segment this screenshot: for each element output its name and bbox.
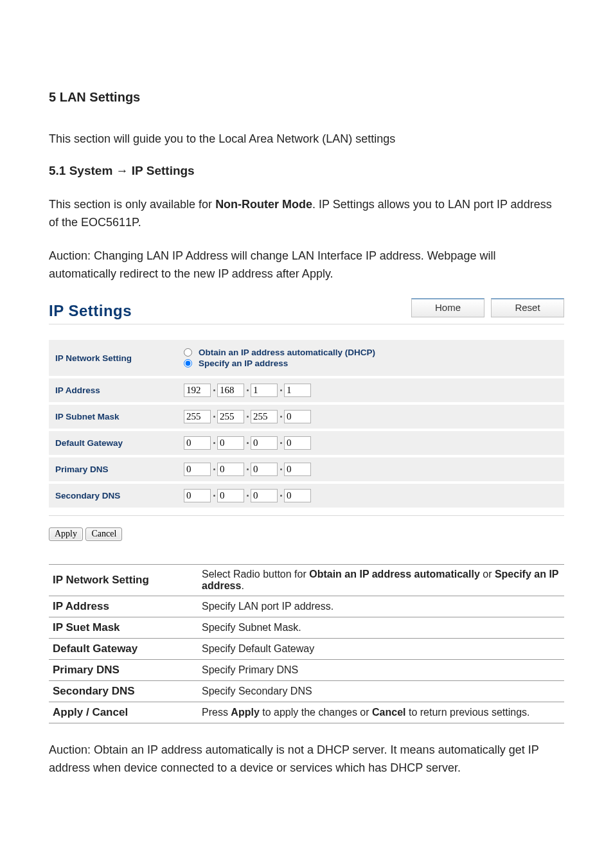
dot-icon	[280, 495, 282, 497]
ip-octet-2[interactable]	[217, 384, 244, 397]
radio-dhcp-label: Obtain an IP address automatically (DHCP…	[199, 348, 375, 357]
label-sdns: Secondary DNS	[49, 483, 177, 508]
dot-icon	[247, 389, 249, 391]
row-primary-dns: Primary DNS	[49, 456, 564, 483]
dot-icon	[280, 442, 282, 444]
cancel-button[interactable]: Cancel	[85, 527, 122, 541]
pdns-octet-1[interactable]	[184, 463, 211, 476]
footer-note: Auction: Obtain an IP address automatica…	[49, 741, 564, 777]
term: Apply / Cancel	[49, 702, 198, 723]
text-bold: Obtain an IP address automatically	[309, 569, 480, 580]
pdns-octet-2[interactable]	[217, 463, 244, 476]
term: IP Address	[49, 596, 198, 617]
description-table: IP Network Setting Select Radio button f…	[49, 564, 564, 723]
gw-octet-2[interactable]	[217, 436, 244, 450]
table-row: Apply / Cancel Press Apply to apply the …	[49, 702, 564, 723]
apply-button[interactable]: Apply	[49, 527, 83, 541]
dot-icon	[280, 389, 282, 391]
definition: Specify Default Gateway	[198, 639, 564, 660]
radio-static-label: Specify an IP address	[199, 359, 288, 368]
radio-dhcp-row[interactable]: Obtain an IP address automatically (DHCP…	[184, 348, 558, 357]
text: or	[480, 569, 495, 580]
para-2: This section is only available for Non-R…	[49, 196, 564, 232]
dot-icon	[247, 442, 249, 444]
row-secondary-dns: Secondary DNS	[49, 483, 564, 508]
mask-octet-2[interactable]	[217, 410, 244, 423]
dot-icon	[213, 442, 215, 444]
table-row: IP Suet MaskSpecify Subnet Mask.	[49, 617, 564, 639]
text: .	[241, 580, 244, 591]
para2-bold: Non-Router Mode	[215, 198, 312, 211]
definition: Select Radio button for Obtain an IP add…	[198, 565, 564, 596]
home-button[interactable]: Home	[411, 298, 484, 317]
definition: Specify LAN port IP address.	[198, 596, 564, 617]
dot-icon	[213, 416, 215, 418]
ip-settings-panel: IP Settings Home Reset IP Network Settin…	[49, 298, 564, 541]
config-table: IP Network Setting Obtain an IP address …	[49, 340, 564, 508]
dot-icon	[247, 468, 249, 470]
definition: Press Apply to apply the changes or Canc…	[198, 702, 564, 723]
definition: Specify Secondary DNS	[198, 681, 564, 702]
term: IP Network Setting	[49, 565, 198, 596]
para-3: Auction: Changing LAN IP Address will ch…	[49, 247, 564, 283]
label-gateway: Default Gateway	[49, 430, 177, 456]
text: to apply the changes or	[260, 707, 372, 718]
dot-icon	[280, 468, 282, 470]
label-network-setting: IP Network Setting	[49, 340, 177, 377]
row-ip-address: IP Address	[49, 377, 564, 403]
mask-octet-3[interactable]	[251, 410, 278, 423]
text-bold: Apply	[231, 707, 259, 718]
dot-icon	[213, 495, 215, 497]
dot-icon	[247, 416, 249, 418]
table-row: IP Network Setting Select Radio button f…	[49, 565, 564, 596]
reset-button[interactable]: Reset	[491, 298, 564, 317]
radio-static[interactable]	[184, 359, 192, 368]
label-pdns: Primary DNS	[49, 456, 177, 483]
radio-static-row[interactable]: Specify an IP address	[184, 359, 558, 368]
radio-dhcp[interactable]	[184, 348, 192, 357]
mask-octet-1[interactable]	[184, 410, 211, 423]
dot-icon	[280, 416, 282, 418]
label-subnet: IP Subnet Mask	[49, 403, 177, 430]
term: Primary DNS	[49, 660, 198, 681]
row-network-setting: IP Network Setting Obtain an IP address …	[49, 340, 564, 377]
label-ip-address: IP Address	[49, 377, 177, 403]
text: Press	[202, 707, 231, 718]
gw-octet-3[interactable]	[251, 436, 278, 450]
table-row: Primary DNSSpecify Primary DNS	[49, 660, 564, 681]
sdns-octet-2[interactable]	[217, 489, 244, 502]
gw-octet-1[interactable]	[184, 436, 211, 450]
definition: Specify Primary DNS	[198, 660, 564, 681]
panel-title: IP Settings	[49, 302, 132, 320]
table-row: IP AddressSpecify LAN port IP address.	[49, 596, 564, 617]
mask-octet-4[interactable]	[284, 410, 311, 423]
term: IP Suet Mask	[49, 617, 198, 639]
sdns-octet-3[interactable]	[251, 489, 278, 502]
ip-octet-1[interactable]	[184, 384, 211, 397]
text-bold: Cancel	[372, 707, 405, 718]
definition: Specify Subnet Mask.	[198, 617, 564, 639]
dot-icon	[213, 468, 215, 470]
term: Default Gateway	[49, 639, 198, 660]
heading-5: 5 LAN Settings	[49, 90, 564, 105]
text: to return previous settings.	[406, 707, 530, 718]
heading-5-1: 5.1 System → IP Settings	[49, 164, 564, 178]
para2-pre: This section is only available for	[49, 198, 215, 211]
text: Select Radio button for	[202, 569, 309, 580]
row-gateway: Default Gateway	[49, 430, 564, 456]
ip-octet-4[interactable]	[284, 384, 311, 397]
sdns-octet-1[interactable]	[184, 489, 211, 502]
sdns-octet-4[interactable]	[284, 489, 311, 502]
gw-octet-4[interactable]	[284, 436, 311, 450]
intro-text: This section will guide you to the Local…	[49, 130, 564, 148]
table-row: Secondary DNSSpecify Secondary DNS	[49, 681, 564, 702]
ip-octet-3[interactable]	[251, 384, 278, 397]
row-subnet: IP Subnet Mask	[49, 403, 564, 430]
dot-icon	[213, 389, 215, 391]
term: Secondary DNS	[49, 681, 198, 702]
pdns-octet-3[interactable]	[251, 463, 278, 476]
dot-icon	[247, 495, 249, 497]
table-row: Default GatewaySpecify Default Gateway	[49, 639, 564, 660]
pdns-octet-4[interactable]	[284, 463, 311, 476]
